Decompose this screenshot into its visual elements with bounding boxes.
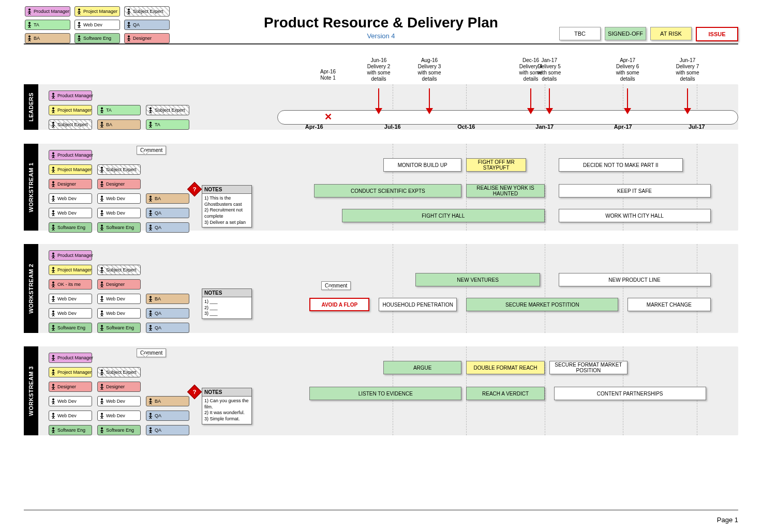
notes-box: NOTES1) This is the Ghostbusters cast2) … bbox=[202, 185, 252, 227]
task-bar[interactable]: WORK WITH CITY HALL bbox=[559, 209, 711, 222]
gridline bbox=[545, 144, 545, 231]
svg-point-31 bbox=[52, 267, 54, 269]
role-chip: QA bbox=[146, 208, 189, 218]
gridline bbox=[466, 244, 467, 333]
svg-point-10 bbox=[52, 108, 54, 110]
role-chip: QA bbox=[146, 425, 189, 435]
task-bar[interactable]: FIGHT OFF MR STAYPUFT bbox=[466, 158, 526, 172]
svg-point-15 bbox=[150, 122, 152, 124]
task-bar[interactable]: LISTEN TO EVIDENCE bbox=[309, 387, 461, 400]
timeline-axis bbox=[277, 110, 738, 125]
role-chip: BA bbox=[146, 396, 189, 406]
page-number: Page 1 bbox=[717, 516, 738, 524]
svg-point-54 bbox=[150, 413, 152, 415]
svg-point-26 bbox=[150, 210, 152, 212]
svg-point-14 bbox=[101, 122, 103, 124]
role-chip: BA bbox=[146, 193, 189, 204]
role-chip: TA bbox=[146, 119, 189, 130]
svg-point-9 bbox=[52, 93, 54, 95]
task-bar[interactable]: SECURE MARKET POSTITION bbox=[466, 298, 618, 311]
milestone-label: Apr-17Delivery 6with somedetails bbox=[609, 57, 646, 82]
timeline-area: ARGUEDOUBLE FORMAT REACHSECURE FORMAT MA… bbox=[277, 346, 738, 435]
role-chip: Designer bbox=[97, 382, 141, 392]
svg-point-42 bbox=[101, 325, 103, 327]
milestone-x-icon: ✕ bbox=[324, 111, 332, 123]
svg-point-57 bbox=[150, 428, 152, 430]
axis-tick: Apr-17 bbox=[614, 124, 632, 142]
role-chip: Web Dev bbox=[97, 411, 141, 421]
milestone-arrow-icon bbox=[426, 108, 433, 114]
role-chip: Web Dev bbox=[49, 396, 92, 406]
svg-point-36 bbox=[101, 296, 103, 298]
status-chip-tbc: TBC bbox=[559, 27, 601, 40]
role-chip: Web Dev bbox=[49, 208, 92, 218]
task-bar[interactable]: HOUSEHOLD PENETRATION bbox=[379, 298, 457, 311]
task-bar[interactable]: DOUBLE FORMAT REACH bbox=[466, 361, 544, 374]
role-chip: Web Dev bbox=[49, 294, 92, 304]
lane-tab: LEADERS bbox=[24, 84, 38, 130]
svg-point-48 bbox=[101, 384, 103, 386]
role-chip: BA bbox=[97, 119, 141, 130]
role-chip: Project Manager bbox=[49, 164, 92, 175]
timeline-area: MONITOR BUILD UPFIGHT OFF MR STAYPUFTDEC… bbox=[277, 144, 738, 231]
task-bar[interactable]: CONTENT PARTNERSHIPS bbox=[554, 387, 706, 400]
task-bar[interactable]: REACH A VERDICT bbox=[466, 387, 544, 400]
task-bar[interactable]: MONITOR BUILD UP bbox=[383, 158, 461, 172]
milestone-arrow-line bbox=[687, 88, 688, 108]
milestone-arrow-line bbox=[627, 88, 628, 108]
svg-point-13 bbox=[52, 122, 54, 124]
task-bar[interactable]: KEEP IT SAFE bbox=[559, 184, 711, 197]
role-chip: TA bbox=[97, 105, 141, 115]
task-bar[interactable]: SECURE FORMAT MARKET POSITION bbox=[549, 361, 627, 374]
milestone-arrow-icon bbox=[375, 108, 382, 114]
svg-point-56 bbox=[101, 428, 103, 430]
axis-tick: Jul-16 bbox=[384, 124, 401, 142]
timeline-area: NEW VENTURESNEW PRODUCT LINEAVOID A FLOP… bbox=[277, 244, 738, 333]
task-bar[interactable]: AVOID A FLOP bbox=[309, 298, 369, 311]
task-bar[interactable]: DECIDE NOT TO MAKE PART II bbox=[559, 158, 683, 172]
role-chip: Product Manager bbox=[49, 90, 92, 101]
role-chip: Software Eng bbox=[97, 222, 141, 233]
notes-box: NOTES1) ___2) ___3) ___ bbox=[202, 288, 252, 319]
task-bar[interactable]: NEW PRODUCT LINE bbox=[559, 273, 711, 286]
task-bar[interactable]: MARKET CHANGE bbox=[627, 298, 710, 311]
team-grid: Product ManagerProject ManagerSubject Ex… bbox=[49, 150, 191, 235]
axis-tick: Oct-16 bbox=[457, 124, 475, 142]
role-chip: Software Eng bbox=[97, 425, 141, 435]
role-chip: QA bbox=[146, 222, 189, 233]
task-bar[interactable]: REALISE NEW YORK IS HAUNTED bbox=[466, 184, 544, 197]
role-chip: BA bbox=[146, 294, 189, 304]
task-bar[interactable]: FIGHT CITY HALL bbox=[342, 209, 545, 222]
role-chip: Web Dev bbox=[97, 193, 141, 204]
role-chip: Web Dev bbox=[49, 193, 92, 204]
role-chip: Software Eng bbox=[49, 425, 92, 435]
milestone-label: Apr-16Note 1 bbox=[310, 69, 346, 81]
status-chip-issue: ISSUE bbox=[696, 27, 738, 41]
role-chip: Subject Expert bbox=[97, 265, 141, 275]
role-chip: Designer bbox=[97, 279, 141, 290]
status-chip-risk: AT RISK bbox=[650, 27, 692, 40]
svg-point-46 bbox=[101, 370, 103, 372]
task-bar[interactable]: ARGUE bbox=[383, 361, 461, 374]
status-chip-ok: SIGNED-OFF bbox=[605, 27, 646, 40]
task-bar[interactable]: NEW VENTURES bbox=[415, 273, 540, 286]
svg-point-51 bbox=[150, 399, 152, 401]
role-chip: Web Dev bbox=[97, 294, 141, 304]
svg-point-1 bbox=[78, 9, 80, 11]
role-chip: Web Dev bbox=[49, 411, 92, 421]
svg-point-47 bbox=[52, 384, 54, 386]
svg-point-41 bbox=[52, 325, 54, 327]
lane-leaders: LEADERSProduct ManagerProject ManagerTAS… bbox=[24, 84, 738, 130]
task-bar[interactable]: CONDUCT SCIENTIFIC EXPTS bbox=[314, 184, 461, 197]
role-chip: Designer bbox=[49, 382, 92, 392]
role-chip: Web Dev bbox=[97, 208, 141, 218]
lane-tab: WORKSTREAM 1 bbox=[24, 144, 38, 231]
team-grid: Product ManagerProject ManagerTASubject … bbox=[49, 90, 191, 132]
role-chip: Project Manager bbox=[49, 367, 92, 377]
role-chip: Designer bbox=[49, 179, 92, 189]
axis-tick: Apr-16 bbox=[305, 124, 323, 142]
role-chip: Project Manager bbox=[49, 265, 92, 275]
comment-bubble: Comment bbox=[137, 348, 166, 357]
svg-point-53 bbox=[101, 413, 103, 415]
svg-point-45 bbox=[52, 370, 54, 372]
